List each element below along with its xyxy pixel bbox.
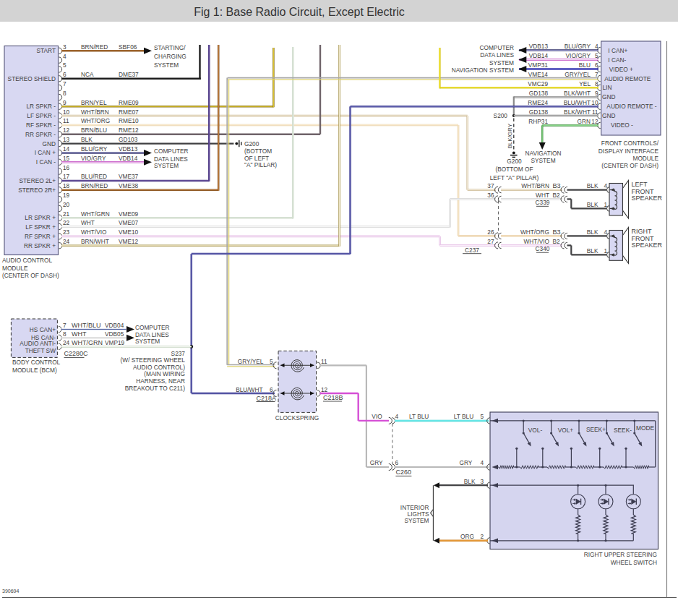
svg-text:SYSTEM: SYSTEM xyxy=(154,61,179,69)
svg-text:SYSTEM: SYSTEM xyxy=(135,338,160,345)
svg-text:VME12: VME12 xyxy=(119,238,139,245)
svg-text:LEFT "A" PILLAR): LEFT "A" PILLAR) xyxy=(490,174,539,181)
svg-text:12: 12 xyxy=(591,118,598,125)
svg-text:AUDIO ANTI-: AUDIO ANTI- xyxy=(20,340,56,347)
svg-text:FRONT CONTROLS/: FRONT CONTROLS/ xyxy=(601,140,659,147)
svg-text:(W/ STEERING WHEEL: (W/ STEERING WHEEL xyxy=(121,356,186,364)
svg-text:6: 6 xyxy=(63,71,66,78)
svg-text:LR SPKR -: LR SPKR - xyxy=(26,103,56,110)
svg-text:7: 7 xyxy=(63,322,66,329)
svg-text:13: 13 xyxy=(63,136,70,143)
svg-text:12: 12 xyxy=(63,127,70,134)
svg-text:B3: B3 xyxy=(553,182,561,189)
svg-text:RR SPKR -: RR SPKR - xyxy=(25,131,56,138)
svg-text:5: 5 xyxy=(63,61,66,69)
svg-text:SEEK-: SEEK- xyxy=(614,427,632,434)
svg-text:4: 4 xyxy=(480,459,484,466)
svg-text:HARNESS, NEAR: HARNESS, NEAR xyxy=(136,377,185,385)
svg-text:24: 24 xyxy=(63,339,70,346)
svg-text:10: 10 xyxy=(63,108,70,116)
svg-text:3: 3 xyxy=(63,43,66,51)
svg-text:OF LEFT: OF LEFT xyxy=(244,155,269,162)
svg-text:RF SPKR -: RF SPKR - xyxy=(26,121,56,129)
svg-text:DISPLAY INTERFACE: DISPLAY INTERFACE xyxy=(598,147,659,155)
svg-text:(BOTTOM OF: (BOTTOM OF xyxy=(496,166,533,173)
svg-text:COMPUTER: COMPUTER xyxy=(135,324,169,331)
svg-text:BRN/RED: BRN/RED xyxy=(81,43,108,51)
svg-text:VME14: VME14 xyxy=(528,71,549,78)
svg-text:SYSTEM: SYSTEM xyxy=(489,59,514,67)
svg-text:7: 7 xyxy=(63,80,66,87)
svg-text:NAVIGATION SYSTEM: NAVIGATION SYSTEM xyxy=(452,67,514,74)
svg-text:DME37: DME37 xyxy=(119,71,139,78)
svg-text:GD103: GD103 xyxy=(119,136,138,143)
svg-text:BLK: BLK xyxy=(587,201,598,208)
svg-text:THEFT SW: THEFT SW xyxy=(25,347,56,354)
svg-text:CHARGING: CHARGING xyxy=(154,53,186,60)
svg-text:SYSTEM: SYSTEM xyxy=(531,157,555,164)
svg-text:VMP31: VMP31 xyxy=(528,61,549,69)
svg-text:19: 19 xyxy=(63,192,70,199)
svg-text:WHEEL SWITCH: WHEEL SWITCH xyxy=(611,559,657,566)
svg-text:RR SPKR +: RR SPKR + xyxy=(24,242,56,249)
svg-text:WHT: WHT xyxy=(72,330,87,338)
svg-text:WHT/BRN: WHT/BRN xyxy=(81,108,109,116)
svg-text:37: 37 xyxy=(487,182,494,189)
svg-text:VDB05: VDB05 xyxy=(105,330,124,338)
svg-text:AUDIO REMOTE -: AUDIO REMOTE - xyxy=(606,103,656,110)
svg-text:YEL: YEL xyxy=(579,80,591,87)
svg-text:VIDEO +: VIDEO + xyxy=(609,66,633,73)
svg-text:HS CAN+: HS CAN+ xyxy=(30,326,56,333)
svg-text:VIO/GRY: VIO/GRY xyxy=(566,52,591,59)
svg-text:5: 5 xyxy=(480,413,484,420)
svg-text:I CAN-: I CAN- xyxy=(608,56,626,64)
svg-text:SYSTEM: SYSTEM xyxy=(154,162,179,169)
svg-text:6: 6 xyxy=(595,61,598,69)
svg-text:BLU: BLU xyxy=(579,61,591,69)
svg-text:VOL+: VOL+ xyxy=(558,427,574,434)
svg-text:VDB04: VDB04 xyxy=(105,322,124,329)
svg-text:I CAN +: I CAN + xyxy=(35,149,56,156)
svg-text:VME09: VME09 xyxy=(119,210,139,218)
svg-text:RME12: RME12 xyxy=(119,127,139,134)
svg-text:C237: C237 xyxy=(465,247,479,254)
svg-text:BLU/WHT: BLU/WHT xyxy=(564,99,591,106)
svg-text:GND: GND xyxy=(43,140,56,147)
svg-text:Fig 1: Base Radio Circuit, Exc: Fig 1: Base Radio Circuit, Except Electr… xyxy=(194,6,405,18)
svg-text:18: 18 xyxy=(63,182,70,189)
svg-text:RME09: RME09 xyxy=(119,99,139,106)
svg-text:MODE: MODE xyxy=(636,424,654,432)
svg-text:STEREO 2L+: STEREO 2L+ xyxy=(20,177,56,184)
svg-text:4: 4 xyxy=(395,413,399,420)
svg-text:16: 16 xyxy=(63,164,70,171)
svg-text:BLK: BLK xyxy=(587,228,598,236)
svg-text:3: 3 xyxy=(480,478,484,485)
svg-text:RME10: RME10 xyxy=(119,117,139,124)
svg-text:VDB13: VDB13 xyxy=(119,145,138,153)
svg-text:VME07: VME07 xyxy=(119,219,139,226)
svg-text:WHT/BRN: WHT/BRN xyxy=(521,182,549,189)
svg-text:GRY/YEL: GRY/YEL xyxy=(238,358,264,365)
svg-text:(MAIN WIRING: (MAIN WIRING xyxy=(144,370,185,377)
svg-text:BLK/GRY: BLK/GRY xyxy=(507,123,513,148)
svg-text:MODULE: MODULE xyxy=(633,155,659,162)
svg-text:VIDEO -: VIDEO - xyxy=(611,121,633,129)
svg-text:VDB14: VDB14 xyxy=(529,52,549,59)
svg-text:START: START xyxy=(37,47,56,54)
svg-text:MODULE (BCM): MODULE (BCM) xyxy=(12,367,57,374)
svg-text:RME07: RME07 xyxy=(119,108,139,116)
svg-text:C2280C: C2280C xyxy=(64,350,89,357)
svg-text:9: 9 xyxy=(63,99,66,106)
svg-text:C340: C340 xyxy=(536,245,550,252)
svg-text:GRY/YEL: GRY/YEL xyxy=(565,71,591,78)
svg-text:4: 4 xyxy=(595,43,598,50)
svg-text:AUDIO REMOTE: AUDIO REMOTE xyxy=(604,75,651,82)
svg-text:GRN: GRN xyxy=(578,118,591,125)
svg-text:VME37: VME37 xyxy=(119,173,139,180)
svg-text:VME10: VME10 xyxy=(119,228,139,236)
svg-text:LT BLU: LT BLU xyxy=(409,413,429,420)
svg-text:5: 5 xyxy=(595,52,598,59)
svg-text:2: 2 xyxy=(480,533,484,540)
svg-text:WHT: WHT xyxy=(536,192,549,199)
svg-text:CLOCKSPRING: CLOCKSPRING xyxy=(275,414,319,422)
